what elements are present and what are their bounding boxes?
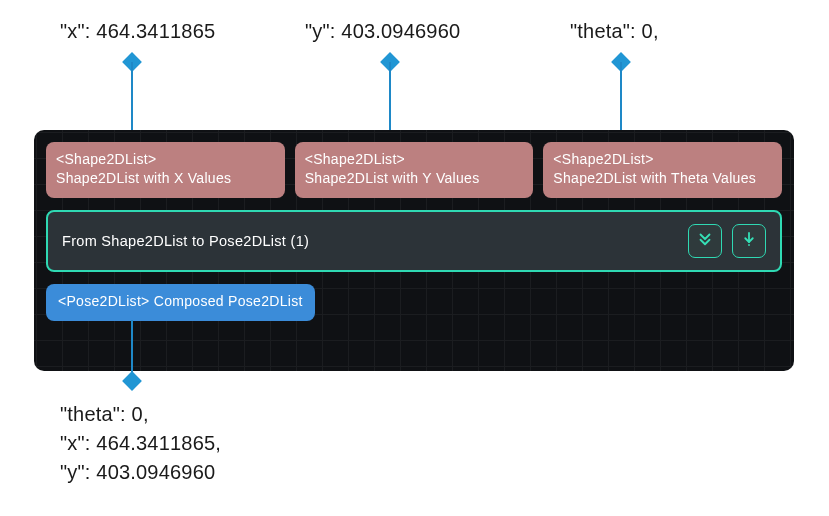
callout-output-line: "y": 403.0946960 [60,458,221,487]
input-type: <Shape2DList> [56,150,275,169]
output-label: Composed Pose2DList [154,293,303,309]
node-output-row: <Pose2DList> Composed Pose2DList [46,284,782,321]
double-chevron-down-icon [696,230,714,251]
input-port-y[interactable]: <Shape2DList> Shape2DList with Y Values [295,142,534,198]
callout-output-line: "theta": 0, [60,400,221,429]
svg-point-1 [748,244,750,246]
input-label: Shape2DList with Theta Values [553,169,772,188]
node-input-row: <Shape2DList> Shape2DList with X Values … [46,142,782,198]
output-port[interactable]: <Pose2DList> Composed Pose2DList [46,284,315,321]
input-port-x[interactable]: <Shape2DList> Shape2DList with X Values [46,142,285,198]
collapse-button[interactable] [688,224,722,258]
callout-connector [131,62,133,140]
download-arrow-icon [740,230,758,251]
callout-x-label: "x": 464.3411865 [60,20,215,43]
input-type: <Shape2DList> [553,150,772,169]
node-title: From Shape2DList to Pose2DList (1) [62,233,678,249]
callout-connector [131,320,133,378]
callout-connector [389,62,391,140]
input-port-theta[interactable]: <Shape2DList> Shape2DList with Theta Val… [543,142,782,198]
callout-output-line: "x": 464.3411865, [60,429,221,458]
node-panel: <Shape2DList> Shape2DList with X Values … [34,130,794,371]
node-body[interactable]: From Shape2DList to Pose2DList (1) [46,210,782,272]
callout-theta-label: "theta": 0, [570,20,659,43]
execute-button[interactable] [732,224,766,258]
input-type: <Shape2DList> [305,150,524,169]
callout-output-values: "theta": 0, "x": 464.3411865, "y": 403.0… [60,400,221,487]
input-label: Shape2DList with Y Values [305,169,524,188]
callout-y-label: "y": 403.0946960 [305,20,460,43]
callout-marker-icon [122,371,142,391]
output-type: <Pose2DList> [58,293,150,309]
callout-connector [620,62,622,140]
input-label: Shape2DList with X Values [56,169,275,188]
